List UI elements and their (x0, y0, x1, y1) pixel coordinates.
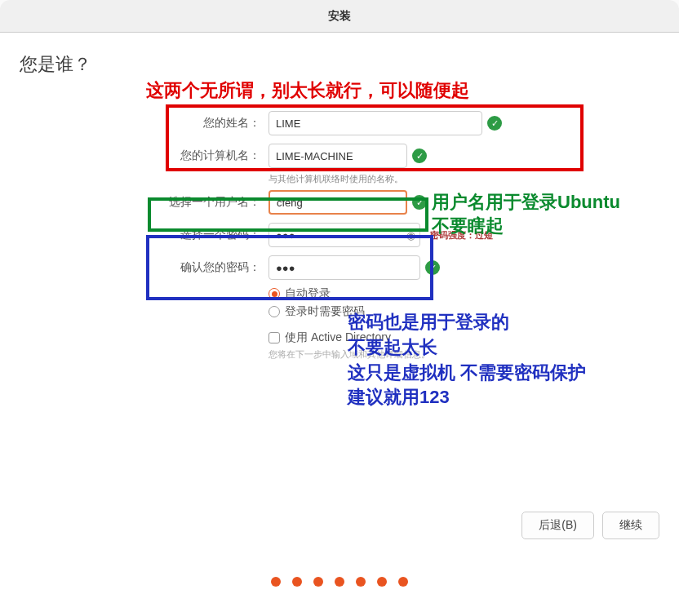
computer-hint: 与其他计算机联络时使用的名称。 (268, 173, 659, 185)
check-icon: ✓ (425, 260, 440, 275)
username-label: 选择一个用户名： (20, 195, 268, 210)
progress-dots (271, 577, 408, 587)
dot-icon (377, 577, 387, 587)
auto-login-label: 自动登录 (285, 286, 331, 301)
auto-login-option[interactable]: 自动登录 (268, 286, 659, 301)
page-heading: 您是谁？ (20, 52, 659, 77)
password-strength: 密码强度：过短 (430, 229, 493, 242)
confirm-input[interactable] (268, 255, 420, 280)
password-label: 选择一个密码： (20, 228, 268, 242)
name-label: 您的姓名： (20, 116, 268, 131)
content-area: 您是谁？ 您的姓名： ✓ 您的计算机名： ✓ 与其他计算机联络时使用的名称。 选… (0, 33, 679, 616)
annotation-red-text: 这两个无所谓，别太长就行，可以随便起 (146, 78, 469, 103)
back-button[interactable]: 后退(B) (521, 512, 594, 539)
window-title: 安装 (328, 9, 351, 24)
dot-icon (271, 577, 281, 587)
computer-input[interactable] (268, 144, 407, 168)
check-icon: ✓ (412, 148, 427, 163)
name-input[interactable] (268, 111, 482, 135)
dot-icon (398, 577, 408, 587)
dot-icon (356, 577, 366, 587)
confirm-label: 确认您的密码： (20, 260, 268, 275)
radio-unchecked-icon[interactable] (268, 306, 280, 317)
check-icon: ✓ (412, 195, 427, 210)
computer-label: 您的计算机名： (20, 148, 268, 163)
dot-icon (335, 577, 344, 587)
ad-label: 使用 Active Directory (285, 330, 391, 345)
password-input[interactable] (268, 223, 420, 247)
username-input[interactable] (268, 190, 407, 215)
continue-button[interactable]: 继续 (602, 512, 659, 539)
dot-icon (313, 577, 323, 587)
check-icon: ✓ (487, 116, 502, 131)
footer-buttons: 后退(B) 继续 (521, 512, 659, 539)
require-password-label: 登录时需要密码 (285, 304, 365, 319)
active-directory-option[interactable]: 使用 Active Directory (268, 330, 659, 345)
eye-icon[interactable]: ◉ (406, 229, 415, 242)
dot-icon (292, 577, 302, 587)
checkbox-icon[interactable] (268, 332, 280, 343)
titlebar: 安装 (0, 0, 679, 33)
radio-checked-icon[interactable] (268, 288, 280, 299)
require-password-option[interactable]: 登录时需要密码 (268, 304, 659, 319)
form-area: 您的姓名： ✓ 您的计算机名： ✓ 与其他计算机联络时使用的名称。 选择一个用户… (20, 109, 659, 361)
ad-hint: 您将在下一步中输入域和其他详细信息。 (268, 348, 659, 361)
